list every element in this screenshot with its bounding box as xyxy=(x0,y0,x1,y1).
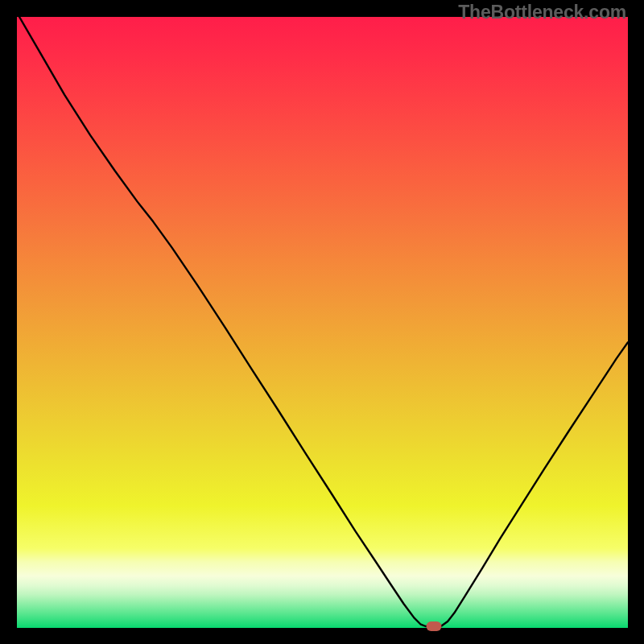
plot-frame xyxy=(17,17,628,628)
optimal-point-marker xyxy=(427,621,442,631)
bottleneck-chart xyxy=(17,17,628,628)
watermark-text: TheBottleneck.com xyxy=(458,2,626,23)
gradient-background xyxy=(17,17,628,628)
